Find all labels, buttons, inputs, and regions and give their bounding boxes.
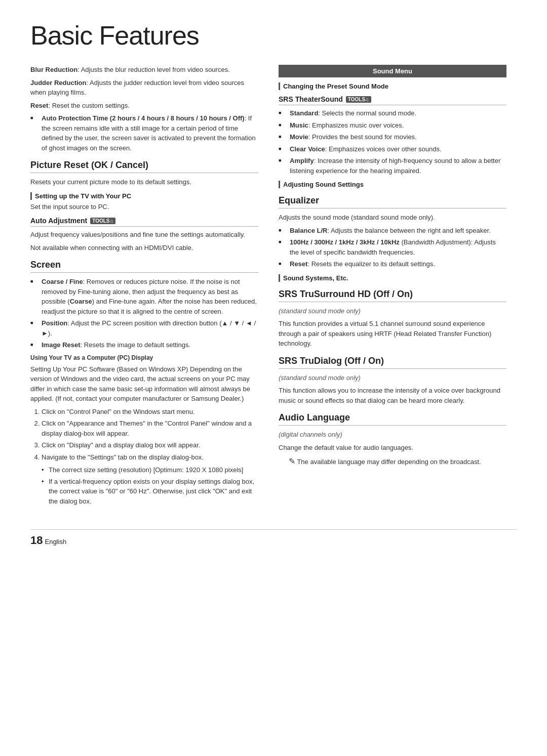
equalizer-desc: Adjusts the sound mode (standard sound m… — [279, 213, 506, 223]
page-title: Basic Features — [30, 20, 517, 51]
tools-badge-auto: TOOLS♫ — [90, 218, 115, 224]
page-number-area: 18English — [30, 529, 517, 547]
auto-adjustment-desc2: Not available when connecting with an HD… — [30, 243, 258, 253]
tools-badge-srs: TOOLS♫ — [346, 96, 371, 103]
screen-bullets: Coarse / Fine: Removes or reduces pictur… — [30, 277, 258, 350]
srs-trusurround-desc: This function provides a virtual 5.1 cha… — [279, 319, 506, 349]
auto-adjustment-title: Auto Adjustment TOOLS♫ — [30, 217, 258, 227]
page-label: English — [45, 538, 66, 545]
srs-theater-title: SRS TheaterSound TOOLS♫ — [279, 95, 506, 105]
srs-bullet-movie: Movie: Provides the best sound for movie… — [279, 132, 506, 142]
audio-language-note: (digital channels only) — [279, 430, 506, 440]
right-column: Sound Menu Changing the Preset Sound Mod… — [279, 65, 506, 509]
screen-bullet-image-reset: Image Reset: Resets the image to default… — [30, 340, 258, 350]
audio-language-desc: Change the default value for audio langu… — [279, 443, 506, 453]
sound-menu-header: Sound Menu — [279, 65, 506, 77]
picture-reset-desc: Resets your current picture mode to its … — [30, 177, 258, 187]
setting-up-pc-title: Setting up the TV with Your PC — [30, 192, 258, 200]
srs-bullet-music: Music: Emphasizes music over voices. — [279, 120, 506, 131]
srs-trudialog-note: (standard sound mode only) — [279, 373, 506, 383]
screen-bullet-coarse: Coarse / Fine: Removes or reduces pictur… — [30, 277, 258, 316]
audio-language-memo: ✎ The available language may differ depe… — [279, 455, 506, 468]
steps-list: Click on "Control Panel" on the Windows … — [30, 407, 258, 463]
setting-up-pc-desc: Set the input source to PC. — [30, 202, 258, 212]
using-tv-subtitle: Using Your TV as a Computer (PC) Display — [30, 353, 258, 362]
reset-text: Reset: Reset the custom settings. — [30, 101, 258, 111]
eq-bullet-balance: Balance L/R: Adjusts the balance between… — [279, 226, 506, 236]
picture-reset-title: Picture Reset (OK / Cancel) — [30, 160, 258, 173]
eq-bullet-bands: 100Hz / 300Hz / 1kHz / 3kHz / 10kHz (Ban… — [279, 237, 506, 257]
audio-language-title: Audio Language — [279, 412, 506, 426]
equalizer-bullets: Balance L/R: Adjusts the balance between… — [279, 226, 506, 269]
blur-reduction-text: Blur Reduction: Adjusts the blur reducti… — [30, 65, 258, 75]
srs-trudialog-title: SRS TruDialog (Off / On) — [279, 356, 506, 369]
screen-bullet-position: Position: Adjust the PC screen position … — [30, 318, 258, 338]
srs-trudialog-desc: This function allows you to increase the… — [279, 386, 506, 405]
left-column: Blur Reduction: Adjusts the blur reducti… — [30, 65, 258, 509]
auto-protection-item: Auto Protection Time (2 hours / 4 hours … — [30, 113, 258, 153]
auto-adjustment-desc1: Adjust frequency values/positions and fi… — [30, 230, 258, 240]
auto-protection-list: Auto Protection Time (2 hours / 4 hours … — [30, 113, 258, 153]
screen-title: Screen — [30, 260, 258, 273]
page-number: 18 — [30, 534, 43, 547]
using-tv-desc: Setting Up Your PC Software (Based on Wi… — [30, 364, 258, 404]
srs-bullet-clear-voice: Clear Voice: Emphasizes voices over othe… — [279, 144, 506, 154]
srs-bullet-amplify: Amplify: Increase the intensity of high-… — [279, 156, 506, 176]
step-4: Navigate to the "Settings" tab on the di… — [42, 452, 258, 463]
sound-systems-title: Sound Systems, Etc. — [279, 274, 506, 282]
sub-bullets: The correct size setting (resolution) [O… — [30, 465, 258, 506]
sub-bullet-frequency: If a vertical-frequency option exists on… — [42, 477, 258, 507]
step-2: Click on "Appearance and Themes" in the … — [42, 418, 258, 438]
equalizer-title: Equalizer — [279, 195, 506, 208]
step-3: Click on "Display" and a display dialog … — [42, 440, 258, 450]
srs-bullet-standard: Standard: Selects the normal sound mode. — [279, 108, 506, 118]
memo-icon: ✎ — [289, 457, 295, 466]
changing-preset-title: Changing the Preset Sound Mode — [279, 82, 506, 90]
sub-bullet-resolution: The correct size setting (resolution) [O… — [42, 465, 258, 475]
srs-trusurround-note: (standard sound mode only) — [279, 306, 506, 316]
srs-theater-bullets: Standard: Selects the normal sound mode.… — [279, 108, 506, 176]
adjusting-sound-title: Adjusting Sound Settings — [279, 181, 506, 188]
srs-trusurround-title: SRS TruSurround HD (Off / On) — [279, 289, 506, 302]
judder-reduction-text: Judder Reduction: Adjusts the judder red… — [30, 78, 258, 98]
step-1: Click on "Control Panel" on the Windows … — [42, 407, 258, 417]
eq-bullet-reset: Reset: Resets the equalizer to its defau… — [279, 259, 506, 269]
intro-section: Blur Reduction: Adjusts the blur reducti… — [30, 65, 258, 110]
